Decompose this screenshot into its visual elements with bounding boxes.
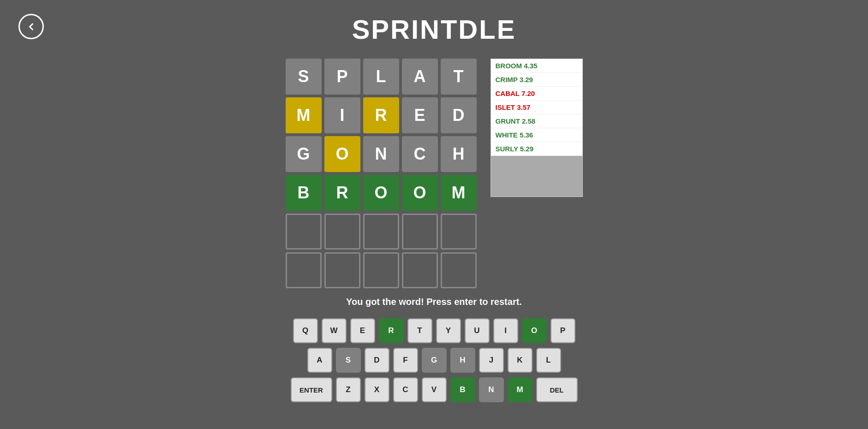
cell-3-2: O — [363, 175, 399, 211]
cell-3-3: O — [402, 175, 438, 211]
cell-5-2 — [363, 252, 399, 288]
key-b[interactable]: B — [450, 377, 475, 402]
cell-0-4: T — [441, 59, 477, 95]
key-d[interactable]: D — [365, 348, 389, 373]
cell-2-1: O — [324, 136, 360, 172]
cell-3-0: B — [286, 175, 322, 211]
key-f[interactable]: F — [393, 348, 418, 373]
cell-1-0: M — [286, 97, 322, 133]
cell-0-3: A — [402, 59, 438, 95]
key-z[interactable]: Z — [336, 377, 361, 402]
cell-1-2: R — [363, 97, 399, 133]
key-v[interactable]: V — [422, 377, 447, 402]
cell-3-1: R — [324, 175, 360, 211]
key-q[interactable]: Q — [293, 318, 318, 343]
grid-row-5 — [286, 252, 477, 288]
cell-0-0: S — [286, 59, 322, 95]
leaderboard-entry-1: CRIMP 3.29 — [491, 73, 582, 87]
cell-2-0: G — [286, 136, 322, 172]
key-u[interactable]: U — [465, 318, 490, 343]
keyboard-row-0: QWERTYUIOP — [293, 318, 575, 343]
key-r[interactable]: R — [379, 318, 404, 343]
key-enter[interactable]: ENTER — [291, 377, 332, 402]
grid-row-3: BROOM — [286, 175, 477, 211]
key-e[interactable]: E — [350, 318, 375, 343]
cell-4-1 — [324, 214, 360, 250]
key-a[interactable]: A — [307, 348, 332, 373]
key-del[interactable]: DEL — [536, 377, 578, 402]
cell-4-3 — [402, 214, 438, 250]
cell-0-2: L — [363, 59, 399, 95]
key-o[interactable]: O — [522, 318, 547, 343]
key-c[interactable]: C — [393, 377, 418, 402]
cell-2-4: H — [441, 136, 477, 172]
keyboard-row-1: ASDFGHJKL — [307, 348, 561, 373]
key-m[interactable]: M — [508, 377, 533, 402]
key-x[interactable]: X — [365, 377, 389, 402]
cell-4-0 — [286, 214, 322, 250]
key-g[interactable]: G — [422, 348, 447, 373]
leaderboard-entry-2: CABAL 7.20 — [491, 87, 582, 101]
back-button[interactable] — [18, 14, 44, 39]
grid-row-0: SPLAT — [286, 59, 477, 95]
key-n[interactable]: N — [479, 377, 504, 402]
cell-3-4: M — [441, 175, 477, 211]
keyboard-row-2: ENTERZXCVBNMDEL — [291, 377, 578, 402]
leaderboard-entry-6: SURLY 5.29 — [491, 142, 582, 156]
key-k[interactable]: K — [508, 348, 533, 373]
leaderboard-spacer — [491, 156, 582, 197]
key-w[interactable]: W — [322, 318, 347, 343]
cell-1-3: E — [402, 97, 438, 133]
key-i[interactable]: I — [493, 318, 518, 343]
key-y[interactable]: Y — [436, 318, 461, 343]
key-s[interactable]: S — [336, 348, 361, 373]
key-j[interactable]: J — [479, 348, 504, 373]
grid-row-4 — [286, 214, 477, 250]
key-h[interactable]: H — [450, 348, 475, 373]
cell-5-3 — [402, 252, 438, 288]
keyboard: QWERTYUIOPASDFGHJKLENTERZXCVBNMDEL — [291, 318, 578, 402]
leaderboard-entry-4: GRUNT 2.58 — [491, 114, 582, 128]
game-title: SPRINTDLE — [352, 14, 516, 45]
leaderboard-entry-0: BROOM 4.35 — [491, 59, 582, 73]
leaderboard: BROOM 4.35CRIMP 3.29CABAL 7.20ISLET 3.57… — [491, 59, 583, 197]
cell-2-3: C — [402, 136, 438, 172]
grid-row-1: MIRED — [286, 97, 477, 133]
status-message: You got the word! Press enter to restart… — [346, 297, 522, 307]
cell-4-2 — [363, 214, 399, 250]
key-l[interactable]: L — [536, 348, 561, 373]
cell-5-0 — [286, 252, 322, 288]
key-t[interactable]: T — [407, 318, 432, 343]
cell-5-1 — [324, 252, 360, 288]
leaderboard-entry-5: WHITE 5.36 — [491, 128, 582, 142]
cell-4-4 — [441, 214, 477, 250]
cell-1-1: I — [324, 97, 360, 133]
cell-2-2: N — [363, 136, 399, 172]
cell-0-1: P — [324, 59, 360, 95]
grid-row-2: GONCH — [286, 136, 477, 172]
key-p[interactable]: P — [551, 318, 575, 343]
cell-5-4 — [441, 252, 477, 288]
cell-1-4: D — [441, 97, 477, 133]
game-grid: SPLATMIREDGONCHBROOM — [286, 59, 477, 288]
leaderboard-entry-3: ISLET 3.57 — [491, 101, 582, 114]
main-area: SPLATMIREDGONCHBROOM BROOM 4.35CRIMP 3.2… — [286, 59, 583, 288]
